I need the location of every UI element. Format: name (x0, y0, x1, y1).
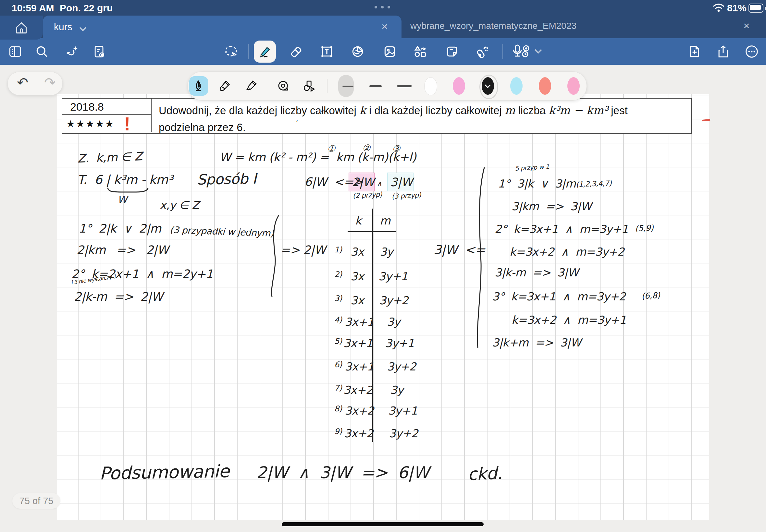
toolbar-separator (248, 44, 249, 59)
fountain-pen-button[interactable] (188, 72, 208, 100)
handwriting-item: T. 6 | k³m - km³ (77, 173, 173, 187)
handwriting-item: ② (362, 143, 370, 153)
handwriting-item: 2|W (352, 175, 374, 189)
undo-button[interactable]: ↶ (17, 75, 28, 91)
table-cell-k: 3x+2 (343, 383, 372, 396)
share-button[interactable] (713, 38, 734, 65)
handwriting-item: ① (327, 143, 335, 154)
toolbar-separator (503, 44, 503, 59)
handwriting-item: 3|km => 3|W (512, 200, 591, 213)
table-row-number: 1) (334, 245, 342, 254)
status-bar: 10:59 AM Pon. 22 gru 81% (0, 0, 766, 16)
table-column-header: k (355, 214, 361, 227)
shape-pen-button[interactable] (299, 72, 319, 100)
image-button[interactable] (379, 38, 400, 65)
thickness-medium-button[interactable] (366, 72, 385, 100)
sticky-note-button[interactable] (442, 38, 463, 65)
add-page-button[interactable] (684, 38, 705, 65)
handwriting-item: Sposób I (197, 170, 256, 188)
text-tool-button[interactable] (316, 38, 337, 65)
tab-inactive-close-icon[interactable]: × (743, 19, 750, 32)
ballpoint-pen-button[interactable] (215, 72, 235, 100)
handwriting-item: Podsumowanie (99, 461, 229, 484)
color-swatch-light-blue[interactable] (510, 77, 523, 95)
ink-stroke-underbrace (107, 187, 149, 195)
date: Pon. 22 gru (60, 3, 113, 14)
table-cell-m: 3y+1 (388, 404, 418, 417)
tab-inactive-title[interactable]: wybrane_wzory_matematyczne_EM2023 (410, 21, 577, 31)
lasso-button[interactable] (221, 38, 241, 65)
table-row-number: 8) (334, 404, 342, 413)
ink-stroke-brace (269, 215, 280, 299)
handwriting-item: 2|k-m => 2|W (74, 290, 163, 303)
notebook-page[interactable]: 2018.8 ★★★★★ ! Udowodnij, że dla każdej … (57, 94, 709, 520)
tab-active-kurs[interactable]: kurs × (43, 16, 402, 38)
ink-stroke-brace (475, 167, 486, 350)
thickness-thin-button[interactable] (338, 72, 358, 100)
pen-toolbar-separator (327, 79, 327, 93)
handwriting-item: (5,9) (635, 223, 654, 233)
difficulty-stars: ★★★★★ (66, 118, 115, 129)
battery-percent: 81% (727, 3, 747, 14)
tab-close-icon[interactable]: × (381, 20, 388, 33)
record-audio-button[interactable] (508, 38, 547, 65)
more-options-button[interactable] (741, 38, 762, 65)
chevron-down-icon (485, 82, 491, 88)
table-cell-m: 3y+1 (378, 270, 408, 283)
handwriting-item: Z. k,m ∈ Z (77, 150, 142, 165)
color-swatch-white[interactable] (424, 77, 437, 95)
table-cell-k: 3x (350, 245, 364, 258)
table-cell-m: 3y+2 (379, 294, 408, 307)
handwriting-item: W = km (k² - m²) = km (k-m)(k+l) (219, 151, 416, 164)
table-row-number: 3) (334, 294, 342, 303)
handwriting-item: ③ (392, 143, 400, 154)
table-row-number: 4) (334, 315, 342, 324)
handwriting-item: 3|W (390, 175, 413, 189)
shapes-button[interactable] (410, 38, 431, 65)
handwriting-item: ' (295, 119, 297, 128)
home-indicator-bar[interactable] (282, 522, 484, 526)
color-swatch-black[interactable] (482, 77, 494, 95)
table-cell-k: 3x+1 (345, 360, 374, 373)
table-row-number: 7) (334, 383, 342, 393)
text-segment: jest (608, 104, 628, 116)
handwriting-item: (1,2,3,4,7) (576, 179, 612, 188)
text-segment: i dla każdej liczby całkowitej (366, 104, 505, 116)
ai-sparkle-button[interactable] (62, 38, 83, 65)
chevron-down-icon[interactable] (79, 24, 86, 31)
color-swatch-salmon[interactable] (539, 77, 551, 95)
pen-settings-toolbar (188, 71, 587, 101)
thickness-thick-button[interactable] (395, 72, 414, 100)
sticker-button[interactable] (347, 38, 368, 65)
handwriting-item: => 2|W (280, 243, 325, 257)
laser-pointer-button[interactable] (472, 38, 493, 65)
table-cell-m: 3y (390, 383, 404, 396)
table-cell-k: 3x+2 (344, 427, 373, 440)
clock: 10:59 AM (12, 3, 54, 14)
page-indicator: 75 of 75 (12, 493, 60, 509)
handwriting-item: W (117, 194, 127, 205)
redo-button[interactable]: ↷ (44, 75, 55, 91)
text-segment: Udowodnij, że dla każdej liczby całkowit… (159, 104, 359, 116)
color-swatch-rose[interactable] (567, 77, 580, 95)
color-swatch-pink[interactable] (453, 77, 465, 95)
handwriting-item: (6,8) (641, 291, 660, 301)
home-button[interactable] (0, 16, 43, 40)
handwriting-item: (3 przypadki w jednym) (170, 224, 274, 239)
pen-tool-button[interactable] (254, 38, 275, 65)
math-segment: k³m − km³ (549, 104, 608, 117)
search-button[interactable] (31, 38, 52, 65)
page-export-button[interactable] (89, 38, 110, 65)
table-cell-k: 3x (350, 294, 364, 307)
toolbar (0, 38, 766, 65)
eraser-button[interactable] (286, 38, 306, 65)
handwriting-item: x,y ∈ Z (160, 199, 199, 212)
handwriting-item: (2 przyp) (352, 190, 382, 200)
handwriting-item: 3° k=3x+1 ∧ m=3y+2 (492, 290, 626, 303)
brush-pen-button[interactable] (241, 72, 261, 100)
tape-button[interactable] (273, 72, 293, 100)
handwriting-item: ckd. (468, 463, 503, 484)
sidebar-panel-button[interactable] (5, 38, 26, 65)
table-cell-m: 3y (380, 245, 393, 258)
problem-text: Udowodnij, że dla każdej liczby całkowit… (159, 102, 685, 136)
